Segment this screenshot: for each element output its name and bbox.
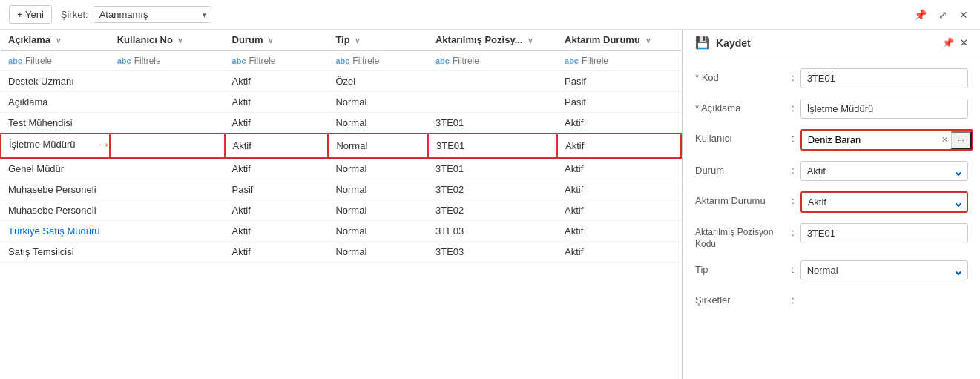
cell-durum: Aktif	[225, 221, 329, 242]
cell-aciklama: Satış Temsilcisi	[1, 242, 110, 263]
cell-aktarilmis: 3TE01	[428, 134, 557, 158]
cell-kullanici	[110, 113, 225, 134]
toolbar-icons: 📌 ⤢ ✕	[911, 7, 971, 22]
filter-aktarim: abc	[565, 56, 674, 66]
tip-select[interactable]: Normal Özel	[800, 260, 968, 280]
aktarim-durumu-select[interactable]: Aktif Pasif	[800, 191, 968, 213]
cell-kullanici	[110, 221, 225, 242]
filter-aciklama-cell: abc	[1, 50, 110, 71]
cell-aktarilmis: 3TE02	[428, 179, 557, 200]
cell-aciklama: Genel Müdür	[1, 158, 110, 179]
left-panel: Açıklama ∨ Kullanıcı No ∨ Durum ∨ Tip ∨	[0, 30, 683, 379]
cell-aciklama: Test Mühendisi	[1, 113, 110, 134]
table-row[interactable]: Açıklama Aktif Normal Pasif	[1, 92, 681, 113]
cell-aktarim-durumu: Aktif	[557, 221, 681, 242]
form-row-aciklama: * Açıklama :	[695, 99, 968, 119]
form-header: 💾 Kaydet 📌 ✕	[683, 30, 980, 56]
form-row-aktarilmis: Aktarılmış Pozisyon Kodu :	[695, 223, 968, 250]
company-selector: Şirket: Atanmamış	[61, 6, 211, 23]
cell-kullanici	[110, 134, 225, 158]
aktarilmis-label: Aktarılmış Pozisyon Kodu	[695, 223, 792, 250]
kullanici-input-group: ✕ ···	[800, 129, 973, 151]
durum-select[interactable]: Aktif Pasif	[800, 161, 968, 181]
table-row[interactable]: Türkiye Satış Müdürü Aktif Normal 3TE03 …	[1, 221, 681, 242]
col-durum[interactable]: Durum ∨	[225, 30, 329, 50]
sort-icon-aciklama: ∨	[56, 36, 61, 45]
form-close-button[interactable]: ✕	[960, 37, 968, 48]
filter-row: abc abc abc	[1, 50, 681, 71]
aktarim-colon: :	[792, 191, 795, 206]
filter-aktarilmis-input[interactable]	[453, 56, 550, 66]
kod-label: * Kod	[695, 68, 792, 83]
kullanici-control: ✕ ···	[800, 129, 973, 151]
company-label: Şirket:	[61, 9, 88, 20]
col-kullanici-no[interactable]: Kullanıcı No ∨	[110, 30, 225, 50]
new-button[interactable]: + Yeni	[9, 5, 52, 24]
cell-durum: Pasif	[225, 179, 329, 200]
aciklama-colon: :	[792, 99, 795, 113]
cell-aktarilmis	[428, 92, 557, 113]
close-button[interactable]: ✕	[956, 7, 971, 22]
cell-tip: Normal	[328, 113, 428, 134]
aktarilmis-input[interactable]	[800, 223, 968, 243]
filter-tip-input[interactable]	[352, 56, 421, 66]
cell-tip: Normal	[328, 134, 428, 158]
filter-aktarim-cell: abc	[557, 50, 681, 71]
table-row[interactable]: Genel Müdür Aktif Normal 3TE01 Aktif	[1, 158, 681, 179]
table-row[interactable]: Destek Uzmanı Aktif Özel Pasif	[1, 71, 681, 92]
sort-icon-aktarim: ∨	[645, 36, 651, 45]
tip-colon: :	[792, 260, 795, 275]
table-row[interactable]: Test Mühendisi Aktif Normal 3TE01 Aktif	[1, 113, 681, 134]
cell-tip: Normal	[328, 200, 428, 221]
filter-kullanici: abc	[117, 56, 217, 66]
kullanici-browse-button[interactable]: ···	[951, 131, 972, 149]
filter-aktarim-input[interactable]	[582, 56, 674, 66]
kullanici-label: Kullanıcı	[695, 129, 792, 144]
form-row-kod: * Kod :	[695, 68, 968, 88]
filter-aciklama: abc	[8, 56, 102, 66]
table-row[interactable]: İşletme Müdürü→ Aktif Normal 3TE01 Aktif	[1, 134, 681, 158]
col-tip[interactable]: Tip ∨	[328, 30, 428, 50]
aktarim-durumu-control: Aktif Pasif ⌄	[800, 191, 968, 213]
filter-durum-cell: abc	[225, 50, 329, 71]
aktarilmis-control	[800, 223, 968, 243]
cell-aciklama: Açıklama	[1, 92, 110, 113]
durum-control: Aktif Pasif ⌄	[800, 161, 968, 181]
filter-durum-input[interactable]	[249, 56, 321, 66]
right-panel: 💾 Kaydet 📌 ✕ * Kod : * Açıklama :	[683, 30, 980, 379]
cell-aktarilmis: 3TE03	[428, 221, 557, 242]
cell-aktarilmis: 3TE01	[428, 158, 557, 179]
cell-aktarilmis: 3TE01	[428, 113, 557, 134]
filter-kullanici-input[interactable]	[134, 56, 217, 66]
sirketler-label: Şirketler	[695, 291, 792, 306]
aciklama-input[interactable]	[800, 99, 968, 119]
form-pin-button[interactable]: 📌	[942, 37, 954, 48]
cell-durum: Aktif	[225, 158, 329, 179]
aciklama-control	[800, 99, 968, 119]
kullanici-clear-button[interactable]: ✕	[938, 132, 951, 148]
cell-tip: Normal	[328, 242, 428, 263]
kullanici-colon: :	[792, 129, 795, 144]
col-aktarim-durumu[interactable]: Aktarım Durumu ∨	[557, 30, 681, 50]
table-row[interactable]: Muhasebe Personeli Aktif Normal 3TE02 Ak…	[1, 200, 681, 221]
table-row[interactable]: Satış Temsilcisi Aktif Normal 3TE03 Akti…	[1, 242, 681, 263]
cell-durum: Aktif	[225, 134, 329, 158]
cell-durum: Aktif	[225, 113, 329, 134]
col-aciklama[interactable]: Açıklama ∨	[1, 30, 110, 50]
table-row[interactable]: Muhasebe Personeli Pasif Normal 3TE02 Ak…	[1, 179, 681, 200]
company-select[interactable]: Atanmamış	[93, 6, 211, 23]
filter-aciklama-input[interactable]	[25, 56, 102, 66]
cell-aktarim-durumu: Aktif	[557, 200, 681, 221]
expand-button[interactable]: ⤢	[935, 7, 950, 22]
form-row-sirketler: Şirketler :	[695, 291, 968, 306]
cell-aktarim-durumu: Aktif	[557, 179, 681, 200]
kullanici-input[interactable]	[802, 131, 938, 149]
cell-aciklama: Muhasebe Personeli	[1, 179, 110, 200]
pin-button[interactable]: 📌	[911, 7, 930, 22]
cell-kullanici	[110, 242, 225, 263]
company-select-wrapper: Atanmamış	[93, 6, 211, 23]
kod-input[interactable]	[800, 68, 968, 88]
col-aktarilmis[interactable]: Aktarılmış Pozisy... ∨	[428, 30, 557, 50]
filter-tip-cell: abc	[328, 50, 428, 71]
durum-label: Durum	[695, 161, 792, 176]
